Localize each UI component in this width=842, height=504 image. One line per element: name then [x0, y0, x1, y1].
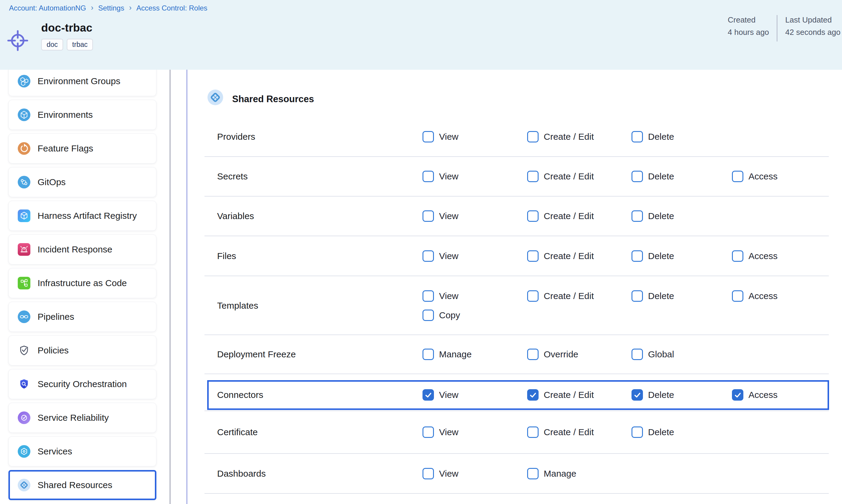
policies-icon	[18, 344, 30, 357]
secrets-create-edit-permission[interactable]: Create / Edit	[527, 171, 594, 182]
providers-view-permission[interactable]: View	[422, 131, 458, 142]
view-checkbox[interactable]	[422, 250, 434, 262]
sidebar-item-harness-artifact-registry[interactable]: Harness Artifact Registry	[8, 201, 156, 231]
breadcrumb-separator: ›	[91, 3, 93, 12]
permission-label: Delete	[648, 211, 674, 221]
copy-checkbox[interactable]	[422, 309, 434, 321]
permission-row-variables: VariablesViewCreate / EditDelete	[205, 196, 829, 236]
delete-checkbox[interactable]	[631, 427, 643, 438]
secrets-delete-permission[interactable]: Delete	[631, 171, 674, 182]
sidebar-item-incident-response[interactable]: Incident Response	[8, 234, 156, 265]
access-checkbox[interactable]	[732, 389, 743, 401]
manage-checkbox[interactable]	[422, 348, 434, 360]
create-edit-checkbox[interactable]	[527, 250, 539, 262]
delete-checkbox[interactable]	[631, 250, 643, 262]
connectors-delete-permission[interactable]: Delete	[631, 389, 674, 401]
title-block: doc-trbac doctrbac	[41, 22, 93, 51]
access-checkbox[interactable]	[732, 171, 743, 182]
sidebar-item-security-orchestration[interactable]: Security Orchestration	[8, 369, 156, 399]
delete-checkbox[interactable]	[631, 290, 643, 302]
created-value: 4 hours ago	[728, 26, 769, 38]
breadcrumb-link-account-automationng[interactable]: Account: AutomationNG	[9, 4, 86, 12]
permission-row-dashboards: DashboardsViewManage	[205, 453, 829, 493]
connectors-view-permission[interactable]: View	[422, 389, 458, 401]
permission-label: View	[439, 427, 458, 437]
incident-response-icon	[18, 243, 30, 256]
override-checkbox[interactable]	[527, 348, 539, 360]
create-edit-checkbox[interactable]	[527, 389, 539, 401]
view-checkbox[interactable]	[422, 131, 434, 142]
view-checkbox[interactable]	[422, 210, 434, 222]
templates-create-edit-permission[interactable]: Create / Edit	[527, 290, 594, 302]
files-access-permission[interactable]: Access	[732, 250, 778, 262]
variables-create-edit-permission[interactable]: Create / Edit	[527, 210, 594, 222]
breadcrumb-link-access-control-roles[interactable]: Access Control: Roles	[137, 4, 208, 12]
variables-delete-permission[interactable]: Delete	[631, 210, 674, 222]
providers-delete-permission[interactable]: Delete	[631, 131, 674, 142]
sidebar-item-environments[interactable]: Environments	[8, 100, 156, 130]
create-edit-checkbox[interactable]	[527, 171, 539, 182]
deployment-freeze-manage-permission[interactable]: Manage	[422, 348, 472, 360]
breadcrumb-link-settings[interactable]: Settings	[98, 4, 124, 12]
meta-divider	[777, 15, 777, 41]
environments-icon	[18, 108, 30, 121]
certificate-delete-permission[interactable]: Delete	[631, 427, 674, 438]
files-view-permission[interactable]: View	[422, 250, 458, 262]
sidebar-item-environment-groups[interactable]: Environment Groups	[8, 66, 156, 96]
section-title: Shared Resources	[232, 94, 314, 105]
sidebar-item-feature-flags[interactable]: Feature Flags	[8, 133, 156, 163]
connectors-create-edit-permission[interactable]: Create / Edit	[527, 389, 594, 401]
secrets-access-permission[interactable]: Access	[732, 171, 778, 182]
dashboards-manage-permission[interactable]: Manage	[527, 468, 576, 479]
access-checkbox[interactable]	[732, 290, 743, 302]
view-checkbox[interactable]	[422, 290, 434, 302]
templates-copy-permission[interactable]: Copy	[422, 309, 460, 321]
sidebar-item-services[interactable]: Services	[8, 436, 156, 466]
manage-checkbox[interactable]	[527, 468, 539, 479]
created-block: Created 4 hours ago	[728, 14, 769, 41]
sidebar-item-infrastructure-as-code[interactable]: Infrastructure as Code	[8, 268, 156, 298]
resource-name: Variables	[217, 211, 254, 221]
delete-checkbox[interactable]	[631, 389, 643, 401]
files-delete-permission[interactable]: Delete	[631, 250, 674, 262]
certificate-view-permission[interactable]: View	[422, 427, 458, 438]
secrets-view-permission[interactable]: View	[422, 171, 458, 182]
view-checkbox[interactable]	[422, 427, 434, 438]
global-checkbox[interactable]	[631, 348, 643, 360]
deployment-freeze-global-permission[interactable]: Global	[631, 348, 674, 360]
updated-block: Last Updated 42 seconds ago	[785, 14, 841, 41]
delete-checkbox[interactable]	[631, 171, 643, 182]
create-edit-checkbox[interactable]	[527, 131, 539, 142]
view-checkbox[interactable]	[422, 468, 434, 479]
delete-checkbox[interactable]	[631, 131, 643, 142]
sidebar-item-gitops[interactable]: GitOps	[8, 167, 156, 197]
content-splitter-line[interactable]	[187, 70, 187, 504]
files-create-edit-permission[interactable]: Create / Edit	[527, 250, 594, 262]
created-label: Created	[728, 14, 769, 26]
connectors-access-permission[interactable]: Access	[732, 389, 778, 401]
top-header: Account: AutomationNG›Settings›Access Co…	[0, 0, 842, 70]
create-edit-checkbox[interactable]	[527, 290, 539, 302]
providers-create-edit-permission[interactable]: Create / Edit	[527, 131, 594, 142]
access-checkbox[interactable]	[732, 250, 743, 262]
certificate-create-edit-permission[interactable]: Create / Edit	[527, 427, 594, 438]
infrastructure-as-code-icon	[18, 277, 30, 289]
deployment-freeze-override-permission[interactable]: Override	[527, 348, 578, 360]
templates-access-permission[interactable]: Access	[732, 290, 778, 302]
create-edit-checkbox[interactable]	[527, 210, 539, 222]
view-checkbox[interactable]	[422, 389, 434, 401]
resource-name: Certificate	[217, 427, 258, 437]
variables-view-permission[interactable]: View	[422, 210, 458, 222]
view-checkbox[interactable]	[422, 171, 434, 182]
dashboards-view-permission[interactable]: View	[422, 468, 458, 479]
environment-groups-icon	[18, 75, 30, 88]
create-edit-checkbox[interactable]	[527, 427, 539, 438]
templates-delete-permission[interactable]: Delete	[631, 290, 674, 302]
sidebar-divider-line	[170, 70, 171, 504]
sidebar-item-service-reliability[interactable]: Service Reliability	[8, 403, 156, 433]
sidebar-item-shared-resources[interactable]: Shared Resources	[8, 470, 156, 500]
sidebar-item-policies[interactable]: Policies	[8, 336, 156, 365]
delete-checkbox[interactable]	[631, 210, 643, 222]
templates-view-permission[interactable]: View	[422, 290, 458, 302]
sidebar-item-pipelines[interactable]: Pipelines	[8, 302, 156, 332]
